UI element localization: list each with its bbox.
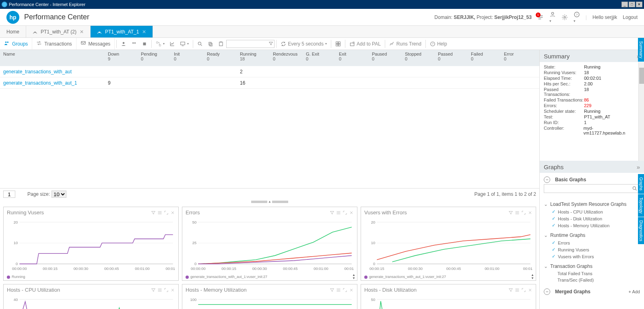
- column-header[interactable]: Name: [0, 52, 105, 56]
- menu-icon[interactable]: [515, 210, 520, 215]
- tb-paste-icon[interactable]: [216, 38, 226, 50]
- tab-pt1-1[interactable]: PT1_with_AT_1 ✕: [91, 26, 153, 37]
- expand-icon[interactable]: [343, 288, 347, 292]
- column-header[interactable]: Ready0: [204, 52, 237, 61]
- help-button[interactable]: ? Help: [427, 38, 450, 50]
- filter-icon[interactable]: [151, 210, 156, 215]
- help-icon[interactable]: ? ▾: [574, 11, 580, 23]
- tree-group-header[interactable]: ⌄Transaction Graphs: [544, 262, 640, 270]
- close-icon[interactable]: [170, 288, 175, 292]
- column-header[interactable]: Pending0: [138, 52, 171, 61]
- tb-search-icon[interactable]: [195, 38, 205, 50]
- group-name-link[interactable]: generate_transactions_with_aut: [0, 69, 105, 75]
- add-to-pal-button[interactable]: Add to PAL: [347, 38, 383, 50]
- expand-icon[interactable]: [521, 288, 526, 292]
- svg-point-16: [198, 42, 201, 45]
- subtab-groups[interactable]: Groups: [0, 38, 32, 50]
- expand-icon[interactable]: [164, 288, 169, 292]
- merged-graphs-header[interactable]: − Merged Graphs + Add: [544, 287, 640, 296]
- search-icon[interactable]: [632, 186, 638, 193]
- tree-group-header[interactable]: ⌄LoadTest System Resource Graphs: [544, 200, 640, 208]
- graphs-search-input[interactable]: [544, 184, 640, 193]
- column-header[interactable]: Down9: [105, 52, 138, 61]
- tb-group-icon[interactable]: [129, 38, 139, 50]
- tb-copy-icon[interactable]: [205, 38, 216, 50]
- settings-icon[interactable]: [561, 14, 568, 21]
- tree-item[interactable]: ✓Hosts - Disk Utilization: [544, 215, 640, 222]
- column-header[interactable]: Paused0: [369, 52, 402, 61]
- svg-text:00:01:15: 00:01:15: [166, 266, 175, 271]
- menu-icon[interactable]: [157, 210, 162, 215]
- maximize-button[interactable]: □: [629, 2, 635, 7]
- tree-item[interactable]: Total Failed Trans: [544, 270, 640, 277]
- filter-icon[interactable]: [330, 210, 334, 215]
- column-header[interactable]: G. Exit0: [303, 52, 336, 61]
- column-header[interactable]: Running18: [237, 52, 270, 61]
- tb-layout-icon[interactable]: [333, 38, 343, 50]
- menu-icon[interactable]: [336, 210, 341, 215]
- side-tab-graphs[interactable]: Graphs: [638, 174, 644, 194]
- filter-icon[interactable]: [268, 41, 273, 47]
- page-size-select[interactable]: 10: [52, 191, 66, 198]
- tb-user-icon[interactable]: [118, 38, 129, 50]
- close-icon[interactable]: [349, 288, 354, 292]
- page-input[interactable]: [3, 191, 15, 198]
- column-header[interactable]: Passed0: [435, 52, 468, 61]
- close-icon[interactable]: [170, 210, 175, 215]
- close-icon[interactable]: [349, 210, 354, 215]
- close-window-button[interactable]: ✕: [636, 2, 642, 7]
- filter-icon[interactable]: [508, 288, 513, 292]
- expand-icon[interactable]: [164, 210, 169, 215]
- column-header[interactable]: Rendezvous0: [270, 52, 303, 61]
- splitter[interactable]: ▲: [0, 200, 539, 203]
- tb-monitor-icon[interactable]: ▾: [178, 38, 191, 50]
- basic-graphs-header[interactable]: − Basic Graphs: [544, 175, 640, 184]
- filter-input[interactable]: [227, 40, 274, 48]
- close-icon[interactable]: [528, 210, 533, 215]
- side-tab-diagnostics[interactable]: Diagnostics: [638, 217, 644, 245]
- tb-chart-icon[interactable]: [167, 38, 178, 50]
- add-merged-link[interactable]: + Add: [629, 289, 640, 294]
- close-icon[interactable]: ✕: [80, 29, 84, 35]
- tab-home[interactable]: Home: [0, 26, 26, 37]
- refresh-dropdown[interactable]: Every 5 seconds ▾: [278, 38, 329, 50]
- column-header[interactable]: Init0: [171, 52, 204, 61]
- notification-icon[interactable]: 1: [537, 14, 544, 21]
- minimize-button[interactable]: _: [621, 2, 628, 7]
- tb-tree-icon[interactable]: ▾: [153, 38, 167, 50]
- tb-stop-icon[interactable]: [139, 38, 150, 50]
- column-header[interactable]: Failed0: [468, 52, 501, 61]
- group-name-link[interactable]: generate_transactions_with_aut_1: [0, 80, 105, 86]
- tree-group-header[interactable]: ⌄Runtime Graphs: [544, 231, 640, 239]
- user-menu-icon[interactable]: ▾: [549, 11, 556, 23]
- expand-icon[interactable]: [343, 210, 347, 215]
- column-header[interactable]: Stopped0: [402, 52, 435, 61]
- filter-icon[interactable]: [151, 288, 156, 292]
- tree-item[interactable]: Trans/Sec (Failed): [544, 277, 640, 283]
- close-icon[interactable]: [528, 288, 533, 292]
- tree-item[interactable]: ✓Hosts - Memory Utilization: [544, 222, 640, 229]
- logout-link[interactable]: Logout: [623, 15, 638, 20]
- tree-item[interactable]: ✓Running Vusers: [544, 246, 640, 253]
- menu-icon[interactable]: [157, 288, 162, 292]
- filter-icon[interactable]: [330, 288, 334, 292]
- side-tab-topology[interactable]: Topology: [638, 194, 644, 217]
- column-header[interactable]: Exit0: [336, 52, 369, 61]
- close-icon[interactable]: ✕: [142, 29, 146, 35]
- column-header[interactable]: Error0: [501, 52, 534, 61]
- subtab-messages[interactable]: Messages: [76, 38, 115, 50]
- expand-icon[interactable]: [521, 210, 526, 215]
- cell: 9: [105, 80, 138, 86]
- subtab-transactions[interactable]: Transactions: [32, 38, 76, 50]
- tab-pt1-2[interactable]: PT1_with_AT (2) ✕: [26, 26, 91, 37]
- runs-trend-button[interactable]: Runs Trend: [387, 38, 424, 50]
- legend-scroll[interactable]: ▲▼: [352, 274, 355, 280]
- side-tab-summary[interactable]: Summary: [638, 38, 644, 62]
- menu-icon[interactable]: [336, 288, 341, 292]
- tree-item[interactable]: ✓Hosts - CPU Utilization: [544, 208, 640, 215]
- tree-item[interactable]: ✓Vusers with Errors: [544, 253, 640, 260]
- filter-icon[interactable]: [508, 210, 513, 215]
- tree-item[interactable]: ✓Errors: [544, 239, 640, 246]
- menu-icon[interactable]: [515, 288, 520, 292]
- legend-scroll[interactable]: ▲▼: [531, 274, 534, 280]
